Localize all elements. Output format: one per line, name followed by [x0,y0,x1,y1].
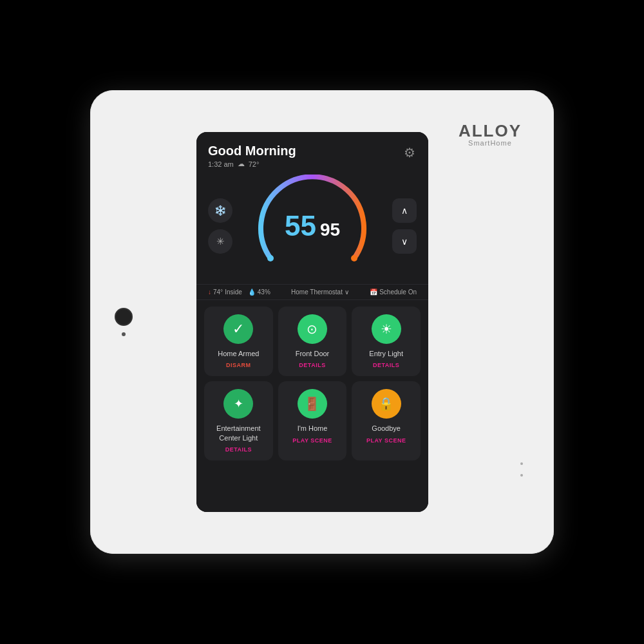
front-door-icon-circle: ⊙ [298,314,327,344]
entry-light-details-button[interactable]: DETAILS [373,362,399,368]
up-icon: ∧ [401,205,408,216]
goodbye-label: Goodbye [372,424,401,433]
humidity-icon: 💧 [248,289,256,296]
device-grid: ✓ Home Armed DISARM ⊙ Front Door DETAILS [196,300,428,467]
schedule-label: Schedule On [379,289,417,296]
chevron-down-icon: ∨ [345,289,349,296]
card-entertainment-light[interactable]: ✦ Entertainment Center Light DETAILS [204,381,273,460]
header-left: Good Morning 1:32 am ☁ 72° [208,144,296,168]
temp-up-button[interactable]: ∧ [392,198,417,223]
card-entry-light[interactable]: ☀ Entry Light DETAILS [352,307,421,376]
inside-status: ↓ 74° Inside 💧 43% [208,289,270,296]
dot-2 [520,474,523,477]
temp-arrow-icon: ↓ [208,289,211,296]
entry-light-icon-circle: ☀ [372,314,401,344]
camera-dot [122,332,126,336]
brand-area: ALLOY SmartHome [459,122,522,147]
left-controls: ❄️ ✳ [208,198,232,254]
entry-light-label: Entry Light [369,349,403,358]
entertainment-light-icon-circle: ✦ [223,389,253,419]
status-bar: ↓ 74° Inside 💧 43% Home Thermostat ∨ 📅 S… [196,284,428,300]
im-home-scene-button[interactable]: PLAY SCENE [292,437,332,444]
goodbye-icon-circle: 🔒 [372,389,401,419]
shield-check-icon: ✓ [232,321,244,337]
door-icon: ⊙ [307,321,317,337]
arc-container: 55 95 [254,175,370,278]
calendar-icon: 📅 [370,289,377,296]
fan-icon: ❄️ [214,205,227,216]
camera-lens [115,308,133,326]
mode-status[interactable]: Home Thermostat ∨ [291,289,349,296]
home-armed-label: Home Armed [218,349,259,358]
humidity-val: 43% [258,289,270,296]
current-temp: 55 [285,210,316,242]
front-door-details-button[interactable]: DETAILS [299,362,325,368]
card-goodbye[interactable]: 🔒 Goodbye PLAY SCENE [352,381,421,460]
goodbye-scene-button[interactable]: PLAY SCENE [366,437,406,444]
time-display: 1:32 am [208,160,234,168]
schedule-status: 📅 Schedule On [370,289,417,296]
fan2-icon: ✳ [216,236,225,247]
light-icon: ☀ [381,321,392,337]
fan-mode-button[interactable]: ❄️ [208,198,232,223]
settings-button[interactable]: ⚙ [402,144,417,162]
fan-speed-button[interactable]: ✳ [208,229,232,254]
brand-name: ALLOY [459,122,522,139]
decoration-dots [520,462,523,477]
device-frame: ALLOY SmartHome Good Morning 1:32 am ☁ 7… [90,90,554,554]
disarm-button[interactable]: DISARM [226,362,251,368]
outside-temp: 72° [249,160,260,168]
card-front-door[interactable]: ⊙ Front Door DETAILS [278,307,347,376]
temp-display: 55 95 [285,210,340,242]
camera-area [115,308,133,336]
front-door-label: Front Door [296,349,330,358]
weather-icon: ☁ [238,160,245,168]
mode-label: Home Thermostat [291,289,343,296]
sparkle-icon: ✦ [234,397,243,411]
dot-1 [520,462,523,465]
entertainment-light-label: Entertainment Center Light [209,424,268,442]
lock-icon: 🔒 [378,396,394,412]
screen: Good Morning 1:32 am ☁ 72° ⚙ ❄️ [196,132,428,512]
header-sub: 1:32 am ☁ 72° [208,160,296,168]
home-door-icon: 🚪 [304,396,320,412]
down-icon: ∨ [401,236,408,247]
header: Good Morning 1:32 am ☁ 72° ⚙ [196,132,428,175]
im-home-label: I'm Home [298,424,328,433]
home-armed-icon-circle: ✓ [223,314,253,344]
im-home-icon-circle: 🚪 [298,389,327,419]
svg-point-1 [351,255,357,261]
card-home-armed[interactable]: ✓ Home Armed DISARM [204,307,273,376]
screen-inner: Good Morning 1:32 am ☁ 72° ⚙ ❄️ [196,132,428,512]
thermostat-section: ❄️ ✳ [196,175,428,284]
target-temp: 95 [320,220,340,240]
svg-point-0 [267,255,274,261]
card-im-home[interactable]: 🚪 I'm Home PLAY SCENE [278,381,347,460]
inside-temp: 74° [213,289,223,296]
entertainment-light-details-button[interactable]: DETAILS [225,446,252,453]
right-controls: ∧ ∨ [392,198,417,254]
inside-label: Inside [225,289,242,296]
greeting: Good Morning [208,144,296,158]
temp-down-button[interactable]: ∨ [392,229,417,254]
